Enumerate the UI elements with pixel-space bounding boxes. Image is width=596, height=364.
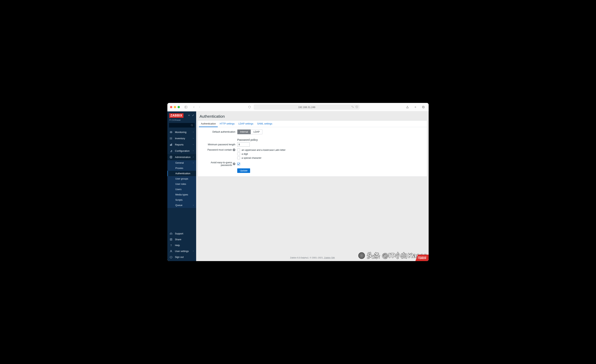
avoid-easy-checkbox[interactable] [237, 162, 240, 165]
url-text: 192.168.31.249 [298, 106, 315, 109]
page-footer: Zabbix 6.0.0alpha1. © 2001–2021, Zabbix … [196, 255, 429, 261]
sidebar-user-settings[interactable]: User settings [167, 248, 196, 254]
checkbox-icon [237, 153, 240, 155]
gear-icon [169, 156, 173, 159]
avoid-easy-label: Avoid easy-to-guess passwords ? [201, 161, 237, 167]
sidebar-support[interactable]: Support [167, 231, 196, 236]
address-bar[interactable]: 192.168.31.249 [254, 104, 360, 110]
seg-internal[interactable]: Internal [238, 130, 251, 134]
subnav-proxies[interactable]: Proxies [167, 166, 196, 171]
sidebar-item-label: Configuration [175, 149, 190, 152]
subnav-users[interactable]: Users [167, 187, 196, 192]
svg-point-23 [171, 250, 171, 251]
sidebar-item-administration[interactable]: Administration [167, 154, 196, 160]
svg-rect-6 [422, 106, 424, 108]
collapse-sidebar-icon[interactable] [188, 114, 190, 117]
subnav-user-groups[interactable]: User groups [167, 176, 196, 182]
sidebar-item-reports[interactable]: Reports [167, 141, 196, 148]
chevron-down-icon [192, 149, 194, 152]
svg-rect-19 [171, 144, 172, 146]
tab-http-settings[interactable]: HTTP settings [218, 121, 237, 127]
nav-forward-button[interactable] [197, 105, 202, 109]
tab-saml-settings[interactable]: SAML settings [255, 121, 274, 127]
svg-line-7 [193, 115, 194, 116]
default-auth-segmented: Internal LDAP [237, 129, 262, 134]
min-length-label: Minimum password length [201, 143, 237, 146]
list-icon [169, 137, 173, 140]
wrench-icon [169, 149, 173, 152]
nav-back-button[interactable] [191, 105, 196, 109]
subnav-media-types[interactable]: Media types [167, 192, 196, 197]
svg-rect-0 [185, 106, 187, 108]
chevron-up-icon [192, 156, 194, 159]
chevron-down-icon [192, 143, 194, 146]
sidebar-item-label: Administration [175, 156, 190, 159]
svg-rect-18 [171, 144, 171, 146]
search-input[interactable] [169, 123, 195, 128]
eye-icon [169, 131, 173, 134]
minimize-window-button[interactable] [174, 106, 176, 108]
default-auth-label: Default authentication [201, 131, 237, 133]
password-policy-title: Password policy [237, 136, 424, 142]
help-icon[interactable]: ? [233, 148, 235, 151]
must-contain-label: Password must contain ? [201, 148, 237, 151]
tab-bar: Authentication HTTP settings LDAP settin… [198, 121, 427, 127]
sidebar-item-label: Inventory [175, 137, 185, 140]
chart-icon [169, 143, 173, 146]
svg-point-15 [170, 138, 170, 138]
check-upper-lower[interactable]: an uppercase and a lowercase Latin lette… [237, 148, 285, 151]
svg-line-9 [193, 126, 193, 126]
footer-link[interactable]: Zabbix SIA [324, 256, 335, 259]
tab-authentication[interactable]: Authentication [199, 121, 218, 127]
question-icon [169, 244, 173, 247]
sidebar-item-inventory[interactable]: Inventory [167, 135, 196, 141]
translate-icon[interactable] [351, 106, 354, 109]
sidebar-share[interactable]: Share [167, 236, 196, 242]
sidebar-item-label: Reports [175, 143, 184, 146]
svg-rect-17 [170, 145, 170, 146]
power-icon [169, 255, 173, 258]
close-window-button[interactable] [170, 106, 172, 108]
sidebar-item-monitoring[interactable]: Monitoring [167, 129, 196, 135]
svg-point-16 [170, 139, 170, 139]
check-digit[interactable]: a digit [237, 153, 285, 155]
sidebar-help[interactable]: Help [167, 242, 196, 248]
share-z-icon [169, 238, 173, 241]
subnav-user-roles[interactable]: User roles [167, 182, 196, 187]
chevron-right-icon [192, 162, 194, 164]
reload-icon[interactable] [356, 106, 358, 109]
tab-ldap-settings[interactable]: LDAP settings [237, 121, 255, 127]
seg-ldap[interactable]: LDAP [251, 130, 262, 134]
checkbox-icon [237, 148, 240, 151]
maximize-window-button[interactable] [178, 106, 180, 108]
subnav-authentication[interactable]: Authentication [167, 171, 196, 176]
admin-submenu: General Proxies Authentication User grou… [167, 160, 196, 208]
sidebar-item-configuration[interactable]: Configuration [167, 148, 196, 154]
sidebar-sign-out[interactable]: Sign out [167, 254, 196, 260]
tabs-overview-icon[interactable] [421, 105, 426, 109]
subnav-queue[interactable]: Queue [167, 203, 196, 208]
form-panel: Authentication HTTP settings LDAP settin… [198, 121, 427, 176]
min-length-input[interactable] [237, 142, 250, 147]
new-tab-icon[interactable] [413, 105, 418, 109]
page-title: Authentication [196, 111, 429, 121]
headset-icon [169, 232, 173, 235]
logo[interactable]: ZABBIX [169, 113, 183, 118]
share-icon[interactable] [405, 105, 410, 109]
sidebar-toggle-icon[interactable] [183, 105, 189, 109]
expand-icon[interactable] [192, 114, 194, 117]
window-controls [170, 106, 180, 108]
user-icon [169, 250, 173, 253]
sidebar: ZABBIX IT小白Kasar Monitoring [167, 111, 196, 261]
check-special[interactable]: a special character [237, 156, 285, 159]
chevron-down-icon [192, 250, 194, 253]
svg-point-8 [191, 124, 193, 126]
subnav-scripts[interactable]: Scripts [167, 197, 196, 203]
svg-point-10 [171, 132, 171, 133]
checkbox-icon [237, 156, 240, 159]
update-button[interactable]: Update [237, 168, 250, 173]
shield-icon[interactable] [247, 105, 252, 109]
svg-point-20 [171, 157, 171, 158]
subnav-general[interactable]: General [167, 160, 196, 166]
help-icon[interactable]: ? [233, 162, 235, 165]
